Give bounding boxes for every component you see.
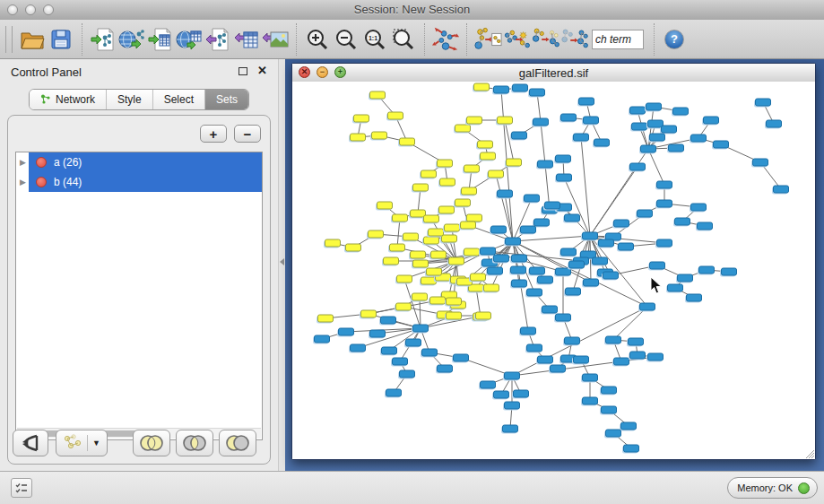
- graph-node[interactable]: [557, 174, 572, 181]
- graph-node[interactable]: [491, 226, 507, 233]
- graph-node[interactable]: [447, 298, 462, 305]
- float-panel-icon[interactable]: [239, 67, 247, 75]
- graph-node[interactable]: [339, 328, 354, 335]
- tab-style[interactable]: Style: [107, 90, 153, 109]
- collapse-panel-arrow-icon[interactable]: [280, 258, 284, 265]
- graph-node[interactable]: [464, 248, 480, 256]
- graph-node[interactable]: [413, 184, 429, 191]
- graph-node[interactable]: [478, 141, 493, 148]
- intersect-sets-button[interactable]: [176, 430, 213, 456]
- graph-node[interactable]: [462, 187, 477, 195]
- graph-node[interactable]: [619, 243, 634, 250]
- graph-node[interactable]: [512, 132, 527, 139]
- graph-node[interactable]: [521, 327, 536, 335]
- graph-node[interactable]: [424, 237, 439, 244]
- union-sets-button[interactable]: [133, 430, 170, 456]
- graph-node[interactable]: [646, 103, 662, 110]
- graph-node[interactable]: [569, 261, 585, 268]
- graph-node[interactable]: [325, 239, 341, 247]
- graph-node[interactable]: [454, 354, 469, 361]
- graph-node[interactable]: [455, 199, 471, 206]
- graph-node[interactable]: [393, 358, 408, 365]
- graph-node[interactable]: [638, 210, 653, 217]
- graph-node[interactable]: [673, 108, 689, 115]
- graph-node[interactable]: [369, 230, 384, 238]
- graph-node[interactable]: [640, 303, 655, 310]
- graph-node[interactable]: [413, 260, 429, 267]
- graph-node[interactable]: [648, 120, 664, 127]
- graph-node[interactable]: [498, 117, 513, 124]
- graph-node[interactable]: [467, 117, 482, 124]
- graph-node[interactable]: [650, 262, 665, 269]
- graph-node[interactable]: [533, 118, 549, 126]
- hide-selected-button[interactable]: [531, 24, 559, 55]
- graph-node[interactable]: [614, 220, 629, 227]
- select-first-neighbors-button[interactable]: [502, 24, 531, 55]
- graph-node[interactable]: [481, 152, 496, 160]
- graph-node[interactable]: [630, 163, 646, 170]
- graph-node[interactable]: [467, 214, 482, 222]
- open-session-button[interactable]: [18, 24, 47, 55]
- graph-node[interactable]: [574, 356, 589, 363]
- graph-node[interactable]: [621, 422, 637, 430]
- graph-node[interactable]: [381, 317, 396, 324]
- export-network-button[interactable]: [204, 24, 232, 55]
- tab-network[interactable]: Network: [30, 90, 107, 109]
- graph-node[interactable]: [583, 232, 598, 239]
- graph-node[interactable]: [583, 374, 598, 381]
- graph-node[interactable]: [687, 294, 702, 301]
- list-item[interactable]: ▶ a (26): [16, 152, 262, 172]
- graph-node[interactable]: [403, 233, 419, 240]
- graph-node[interactable]: [511, 266, 526, 274]
- graph-node[interactable]: [584, 117, 599, 124]
- graph-node[interactable]: [421, 170, 437, 178]
- close-panel-icon[interactable]: ✕: [257, 64, 267, 77]
- dropdown-arrow-icon[interactable]: ▼: [92, 439, 100, 448]
- graph-node[interactable]: [657, 239, 672, 247]
- graph-node[interactable]: [551, 365, 566, 372]
- graph-node[interactable]: [439, 206, 455, 213]
- graph-node[interactable]: [527, 289, 542, 296]
- graph-node[interactable]: [650, 134, 665, 141]
- graph-node[interactable]: [542, 306, 558, 313]
- graph-node[interactable]: [393, 214, 408, 222]
- graph-node[interactable]: [424, 215, 439, 222]
- graph-node[interactable]: [429, 229, 444, 236]
- graph-node[interactable]: [318, 315, 334, 322]
- graph-node[interactable]: [699, 266, 715, 274]
- graph-node[interactable]: [624, 445, 639, 452]
- graph-node[interactable]: [461, 222, 476, 229]
- zoom-actual-size-button[interactable]: 1:1: [360, 24, 389, 55]
- graph-node[interactable]: [753, 159, 768, 166]
- graph-node[interactable]: [630, 107, 646, 114]
- graph-node[interactable]: [427, 268, 442, 275]
- graph-node[interactable]: [512, 280, 527, 287]
- graph-node[interactable]: [506, 238, 521, 245]
- graph-node[interactable]: [584, 279, 599, 286]
- difference-sets-button[interactable]: [219, 430, 256, 456]
- graph-node[interactable]: [354, 115, 369, 122]
- graph-node[interactable]: [538, 161, 553, 168]
- graph-node[interactable]: [397, 275, 412, 282]
- tab-sets[interactable]: Sets: [205, 90, 248, 109]
- graph-node[interactable]: [756, 99, 771, 106]
- graph-node[interactable]: [494, 391, 509, 398]
- sets-list[interactable]: ▶ a (26) ▶ b (44): [15, 152, 263, 440]
- graph-node[interactable]: [583, 397, 598, 404]
- graph-node[interactable]: [464, 165, 480, 172]
- new-network-from-selection-button[interactable]: [473, 24, 502, 55]
- memory-status-button[interactable]: Memory: OK: [727, 477, 818, 499]
- graph-node[interactable]: [566, 288, 581, 295]
- import-network-file-button[interactable]: [89, 24, 117, 55]
- graph-node[interactable]: [351, 134, 366, 141]
- graph-node[interactable]: [574, 134, 589, 141]
- remove-set-button[interactable]: −: [234, 125, 261, 143]
- show-all-button[interactable]: [559, 24, 588, 55]
- graph-edge[interactable]: [581, 137, 590, 236]
- graph-node[interactable]: [691, 204, 707, 211]
- graph-node[interactable]: [455, 125, 471, 132]
- graph-node[interactable]: [521, 226, 536, 233]
- help-button[interactable]: ?: [664, 30, 684, 49]
- graph-node[interactable]: [602, 387, 617, 394]
- graph-node[interactable]: [440, 178, 455, 186]
